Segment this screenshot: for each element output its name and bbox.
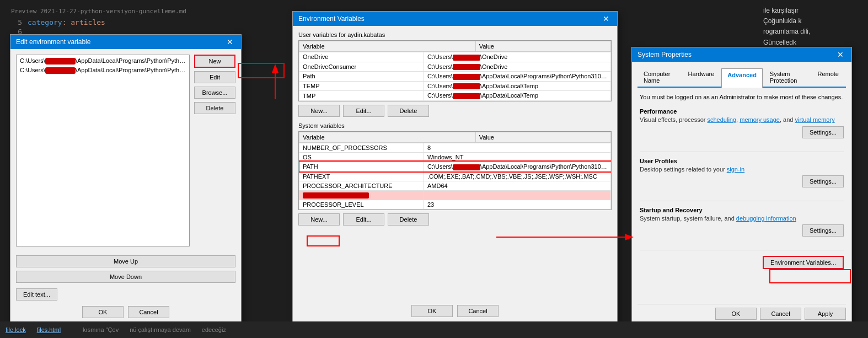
val-cell: 8 bbox=[424, 143, 611, 152]
table-row[interactable]: PathC:\Users\\AppData\Local\Programs\Pyt… bbox=[299, 72, 611, 82]
files-html-link[interactable]: files.html bbox=[37, 326, 61, 333]
startup-settings-button[interactable]: Settings... bbox=[802, 224, 844, 237]
bottom-bar: file.lock files.html kısmına "Çev nü çal… bbox=[0, 321, 868, 338]
user-val-col: Value bbox=[475, 41, 610, 52]
sys-vars-header-table: Variable Value bbox=[299, 132, 611, 143]
tab-system-protection[interactable]: System Protection bbox=[764, 67, 811, 87]
cancel-button[interactable]: Cancel bbox=[128, 306, 169, 318]
env-vars-footer: OK Cancel bbox=[298, 305, 612, 317]
user-profiles-section: User Profiles Desktop settings related t… bbox=[640, 158, 844, 201]
ok-button[interactable]: OK bbox=[82, 306, 124, 318]
sys-vars-data-table[interactable]: NUMBER_OF_PROCESSORS8OSWindows_NTPATHC:\… bbox=[299, 143, 611, 210]
sys-var-col: Variable bbox=[299, 132, 476, 142]
var-cell: TEMP bbox=[299, 81, 424, 91]
var-cell: PATHEXT bbox=[299, 171, 424, 181]
sys-cancel-button[interactable]: Cancel bbox=[760, 308, 801, 320]
val-cell: Windows_NT bbox=[424, 152, 611, 162]
env-vars-close[interactable]: ✕ bbox=[601, 15, 612, 23]
user-vars-data-table[interactable]: OneDriveC:\Users\\OneDriveOneDriveConsum… bbox=[299, 52, 611, 101]
tab-hardware[interactable]: Hardware bbox=[682, 67, 721, 87]
table-row[interactable]: TEMPC:\Users\\AppData\Local\Temp bbox=[299, 81, 611, 91]
var-cell: OneDrive bbox=[299, 52, 424, 62]
user-profiles-desc: Desktop settings related to your sign-in bbox=[640, 165, 844, 173]
var-cell: OS bbox=[299, 152, 424, 162]
edit-env-dialog: Edit environment variable ✕ C:\Users\\Ap… bbox=[10, 34, 242, 326]
edit-button[interactable]: Edit bbox=[194, 71, 235, 83]
env-vars-open-button[interactable]: Environment Variables... bbox=[763, 256, 844, 269]
sys-props-dialog: System Properties ✕ Computer Name Hardwa… bbox=[631, 47, 852, 328]
info-text: You must be logged on as an Administrato… bbox=[640, 93, 844, 101]
edit-env-title: Edit environment variable bbox=[16, 38, 90, 46]
startup-section: Startup and Recovery System startup, sys… bbox=[640, 207, 844, 250]
var-cell: Path bbox=[299, 72, 424, 82]
table-row[interactable]: PATHC:\Users\\AppData\Local\Programs\Pyt… bbox=[299, 162, 611, 171]
new-button[interactable]: New bbox=[194, 55, 235, 68]
move-down-button[interactable]: Move Down bbox=[16, 271, 235, 283]
table-row[interactable]: PROCESSOR_ARCHITECTUREAMD64 bbox=[299, 181, 611, 190]
sys-new-button[interactable]: New... bbox=[298, 213, 340, 226]
browse-button[interactable]: Browse... bbox=[194, 87, 235, 99]
table-row[interactable] bbox=[299, 190, 611, 200]
move-up-button[interactable]: Move Up bbox=[16, 255, 235, 267]
perf-heading: Performance bbox=[640, 108, 844, 115]
tab-computer-name[interactable]: Computer Name bbox=[637, 67, 681, 87]
var-cell: PROCESSOR_ARCHITECTURE bbox=[299, 181, 424, 190]
edit-env-close[interactable]: ✕ bbox=[224, 38, 235, 46]
user-vars-table-container: Variable Value OneDriveC:\Users\\OneDriv… bbox=[298, 40, 612, 101]
edit-text-button[interactable]: Edit text... bbox=[16, 288, 57, 301]
val-cell: 23 bbox=[424, 200, 611, 210]
tabs-bar: Computer Name Hardware Advanced System P… bbox=[637, 67, 846, 88]
val-cell bbox=[424, 190, 611, 200]
tab-advanced[interactable]: Advanced bbox=[721, 68, 763, 88]
env-vars-dialog: Environment Variables ✕ User variables f… bbox=[292, 11, 618, 325]
var-cell: TMP bbox=[299, 91, 424, 101]
user-edit-button[interactable]: Edit... bbox=[343, 105, 384, 117]
table-row[interactable]: NUMBER_OF_PROCESSORS8 bbox=[299, 143, 611, 152]
list-item[interactable]: C:\Users\\AppData\Local\Programs\Python\… bbox=[18, 66, 188, 75]
edit-env-listbox[interactable]: C:\Users\\AppData\Local\Programs\Python\… bbox=[16, 55, 190, 246]
file-lock-link[interactable]: file.lock bbox=[6, 326, 26, 333]
val-cell: C:\Users\\AppData\Local\Temp bbox=[424, 81, 611, 91]
startup-heading: Startup and Recovery bbox=[640, 207, 844, 213]
user-var-buttons: New... Edit... Delete bbox=[298, 105, 612, 117]
val-cell: C:\Users\\OneDrive bbox=[424, 62, 611, 72]
delete-button[interactable]: Delete bbox=[194, 102, 235, 114]
val-cell: C:\Users\\AppData\Local\Programs\Python\… bbox=[424, 162, 611, 171]
env-vars-title: Environment Variables bbox=[298, 15, 365, 23]
perf-desc: Visual effects, processor scheduling, me… bbox=[640, 116, 844, 124]
val-cell: C:\Users\\AppData\Local\Temp bbox=[424, 91, 611, 101]
sys-var-buttons: New... Edit... Delete bbox=[298, 213, 612, 226]
sys-edit-button[interactable]: Edit... bbox=[343, 213, 384, 226]
table-row[interactable]: OSWindows_NT bbox=[299, 152, 611, 162]
user-delete-button[interactable]: Delete bbox=[388, 105, 429, 117]
val-cell: .COM;.EXE;.BAT;.CMD;.VBS;.VBE;.JS;.JSE;.… bbox=[424, 171, 611, 181]
sys-vars-label: System variables bbox=[298, 122, 612, 129]
user-profiles-settings-button[interactable]: Settings... bbox=[802, 175, 844, 187]
list-item[interactable]: C:\Users\\AppData\Local\Programs\Python\… bbox=[18, 56, 188, 66]
env-ok-button[interactable]: OK bbox=[411, 305, 453, 317]
env-vars-titlebar: Environment Variables ✕ bbox=[293, 12, 617, 26]
sys-props-titlebar: System Properties ✕ bbox=[632, 47, 851, 62]
table-row[interactable]: TMPC:\Users\\AppData\Local\Temp bbox=[299, 91, 611, 101]
table-row[interactable]: PROCESSOR_LEVEL23 bbox=[299, 200, 611, 210]
table-row[interactable]: OneDriveConsumerC:\Users\\OneDrive bbox=[299, 62, 611, 72]
val-cell: AMD64 bbox=[424, 181, 611, 190]
tab-remote[interactable]: Remote bbox=[811, 67, 845, 87]
performance-section: Performance Visual effects, processor sc… bbox=[640, 108, 844, 152]
user-new-button[interactable]: New... bbox=[298, 105, 340, 117]
perf-settings-button[interactable]: Settings... bbox=[802, 126, 844, 138]
sys-delete-button[interactable]: Delete bbox=[388, 213, 429, 226]
sys-props-close[interactable]: ✕ bbox=[835, 51, 846, 58]
sys-ok-button[interactable]: OK bbox=[715, 308, 757, 320]
edit-env-titlebar: Edit environment variable ✕ bbox=[10, 35, 241, 49]
table-row[interactable]: PATHEXT.COM;.EXE;.BAT;.CMD;.VBS;.VBE;.JS… bbox=[299, 171, 611, 181]
var-cell: PROCESSOR_LEVEL bbox=[299, 200, 424, 210]
var-cell: NUMBER_OF_PROCESSORS bbox=[299, 143, 424, 152]
sys-apply-button[interactable]: Apply bbox=[805, 308, 846, 320]
user-vars-label: User variables for aydin.kabatas bbox=[298, 31, 612, 38]
table-row[interactable]: OneDriveC:\Users\\OneDrive bbox=[299, 52, 611, 62]
user-profiles-heading: User Profiles bbox=[640, 158, 844, 164]
env-cancel-button[interactable]: Cancel bbox=[457, 305, 499, 317]
val-cell: C:\Users\\AppData\Local\Programs\Python\… bbox=[424, 72, 611, 82]
val-cell: C:\Users\\OneDrive bbox=[424, 52, 611, 62]
